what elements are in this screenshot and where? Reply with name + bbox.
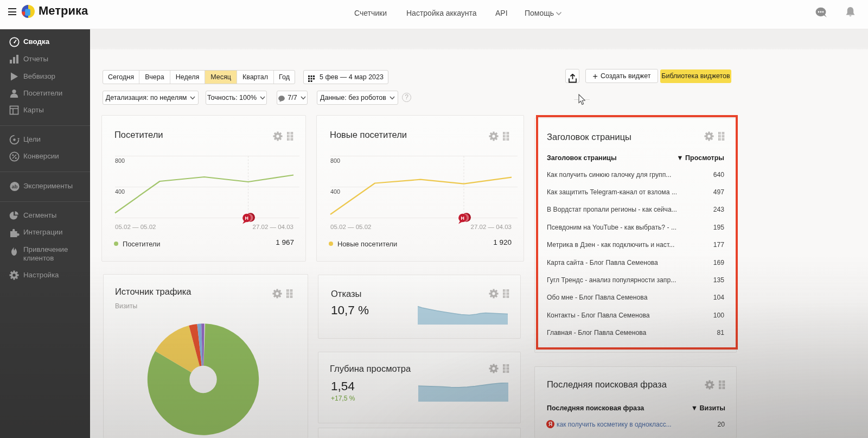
svg-text:400: 400: [115, 188, 125, 195]
svg-text:800: 800: [115, 157, 125, 164]
svg-text:400: 400: [330, 188, 340, 195]
svg-text:27.02 — 04.03: 27.02 — 04.03: [253, 224, 293, 230]
svg-text:ab: ab: [11, 183, 17, 189]
svg-text:H: H: [245, 215, 248, 221]
svg-text:H: H: [461, 215, 464, 221]
svg-text:27.02 — 04.03: 27.02 — 04.03: [471, 224, 512, 230]
svg-text:800: 800: [330, 157, 340, 164]
svg-text:05.02 — 05.02: 05.02 — 05.02: [330, 224, 371, 230]
svg-text:05.02 — 05.02: 05.02 — 05.02: [115, 224, 156, 230]
